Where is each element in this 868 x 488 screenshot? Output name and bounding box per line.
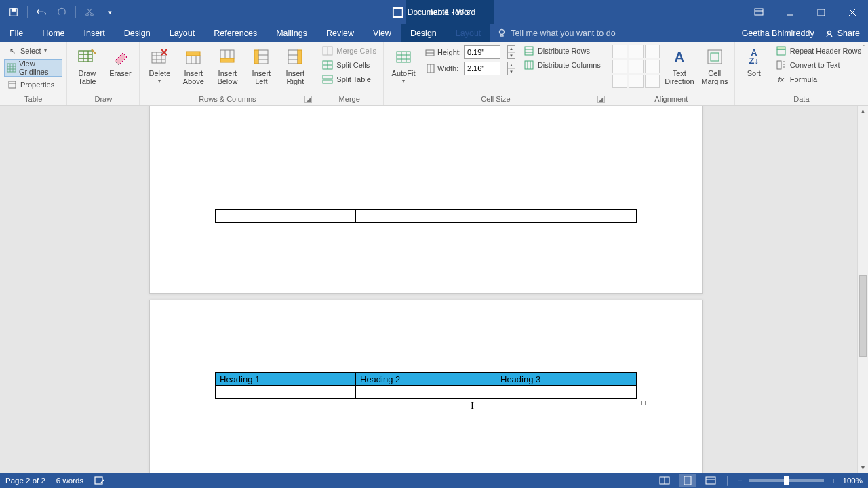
insert-right-button[interactable]: Insert Right — [279, 45, 311, 87]
tab-design[interactable]: Design — [115, 24, 160, 42]
word-count[interactable]: 6 words — [56, 476, 83, 485]
width-input[interactable] — [464, 62, 500, 75]
tab-layout[interactable]: Layout — [160, 24, 205, 42]
table-page2[interactable]: Heading 1 Heading 2 Heading 3 — [215, 372, 637, 399]
zoom-out-button[interactable]: − — [737, 475, 743, 486]
qat-customize-icon[interactable]: ▾ — [100, 3, 119, 22]
undo-icon[interactable] — [32, 3, 51, 22]
insert-below-button[interactable]: Insert Below — [212, 45, 243, 87]
scroll-up-icon[interactable]: ▲ — [858, 106, 868, 117]
svg-rect-35 — [525, 61, 533, 69]
insert-above-icon — [182, 46, 204, 68]
svg-rect-36 — [708, 50, 722, 64]
ribbon-options-icon[interactable] — [743, 0, 774, 24]
table-header-cell[interactable]: Heading 3 — [496, 373, 637, 386]
tell-me-search[interactable]: Tell me what you want to do — [497, 24, 615, 42]
spellcheck-icon[interactable] — [94, 476, 105, 485]
text-direction-button[interactable]: AText Direction — [664, 45, 695, 87]
read-mode-icon[interactable] — [656, 474, 673, 487]
tab-review[interactable]: Review — [317, 24, 363, 42]
zoom-in-button[interactable]: + — [831, 476, 836, 486]
svg-rect-25 — [288, 50, 298, 64]
svg-rect-5 — [394, 9, 402, 16]
vertical-scrollbar[interactable]: ▲ ▼ — [857, 106, 868, 473]
sort-button[interactable]: AZ↓Sort — [739, 45, 769, 79]
tab-insert[interactable]: Insert — [75, 24, 115, 42]
minimize-icon[interactable] — [774, 0, 806, 24]
svg-rect-34 — [525, 47, 533, 55]
scroll-down-icon[interactable]: ▼ — [858, 462, 868, 473]
quick-access-toolbar: ▾ — [0, 3, 119, 22]
table-row[interactable] — [216, 386, 637, 399]
height-input[interactable] — [464, 45, 500, 59]
autofit-button[interactable]: AutoFit▾ — [388, 45, 419, 85]
cell-size-dialog-launcher[interactable]: ◢ — [597, 96, 605, 103]
distribute-rows-button[interactable]: Distribute Rows — [521, 45, 604, 57]
collapse-ribbon-icon[interactable]: ˆ — [863, 45, 865, 52]
redo-icon[interactable] — [52, 3, 71, 22]
delete-button[interactable]: Delete▾ — [144, 45, 175, 85]
tab-mailings[interactable]: Mailings — [267, 24, 317, 42]
distribute-columns-button[interactable]: Distribute Columns — [521, 59, 604, 71]
formula-button[interactable]: fxFormula — [773, 73, 864, 85]
convert-to-text-button[interactable]: Convert to Text — [773, 59, 864, 71]
tab-references[interactable]: References — [204, 24, 267, 42]
tab-table-layout[interactable]: Layout — [446, 24, 491, 42]
cut-icon[interactable] — [80, 3, 99, 22]
svg-rect-22 — [220, 58, 234, 62]
table-page1[interactable] — [215, 209, 637, 223]
cursor-icon: ↖ — [7, 45, 18, 56]
split-table-button[interactable]: Split Table — [319, 73, 379, 85]
maximize-icon[interactable] — [806, 0, 837, 24]
eraser-button[interactable]: Eraser — [105, 45, 135, 79]
split-cells-button[interactable]: Split Cells — [319, 59, 379, 71]
page-indicator[interactable]: Page 2 of 2 — [5, 476, 45, 485]
save-icon[interactable] — [4, 3, 23, 22]
repeat-header-rows-button[interactable]: Repeat Header Rows — [773, 45, 864, 57]
tab-home[interactable]: Home — [33, 24, 74, 42]
width-spinner[interactable]: ▲▼ — [507, 62, 515, 75]
zoom-slider[interactable] — [749, 479, 824, 482]
ribbon-tabs: File Home Insert Design Layout Reference… — [0, 24, 868, 42]
word-icon — [393, 7, 403, 18]
document-area[interactable]: Heading 1 Heading 2 Heading 3 I — [0, 106, 857, 473]
tab-view[interactable]: View — [363, 24, 401, 42]
web-layout-icon[interactable] — [703, 474, 719, 487]
print-layout-icon[interactable] — [679, 474, 696, 487]
svg-rect-19 — [186, 56, 200, 64]
close-icon[interactable] — [837, 0, 868, 24]
svg-rect-44 — [706, 477, 715, 484]
table-header-row[interactable]: Heading 1 Heading 2 Heading 3 — [216, 373, 637, 386]
account-name[interactable]: Geetha Bhimireddy — [742, 28, 814, 38]
table-header-cell[interactable]: Heading 1 — [216, 373, 356, 386]
share-button[interactable]: Share — [825, 28, 860, 38]
delete-icon — [149, 46, 170, 68]
split-table-icon — [322, 74, 333, 85]
alignment-grid[interactable] — [612, 45, 660, 88]
insert-above-button[interactable]: Insert Above — [178, 45, 209, 87]
text-cursor: I — [471, 400, 474, 411]
group-alignment: AText Direction Cell Margins Alignment — [608, 42, 735, 105]
merge-cells-button[interactable]: Merge Cells — [319, 45, 379, 57]
status-bar: Page 2 of 2 6 words │ − + 100% — [0, 473, 868, 488]
svg-rect-26 — [298, 50, 302, 64]
cell-margins-button[interactable]: Cell Margins — [699, 45, 730, 87]
scroll-thumb[interactable] — [859, 275, 867, 357]
rows-cols-dialog-launcher[interactable]: ◢ — [304, 96, 312, 103]
tab-table-design[interactable]: Design — [401, 24, 446, 42]
tab-file[interactable]: File — [0, 24, 33, 42]
window-title: Document1 - Word — [393, 7, 476, 18]
svg-rect-24 — [254, 50, 258, 64]
svg-rect-15 — [79, 51, 92, 62]
draw-table-button[interactable]: Draw Table — [71, 45, 102, 87]
svg-rect-1 — [12, 9, 15, 12]
table-header-cell[interactable]: Heading 2 — [356, 373, 496, 386]
zoom-level[interactable]: 100% — [843, 476, 863, 485]
properties-button[interactable]: Properties — [4, 79, 62, 91]
height-spinner[interactable]: ▲▼ — [507, 45, 515, 59]
svg-rect-37 — [711, 53, 719, 61]
insert-left-button[interactable]: Insert Left — [245, 45, 277, 87]
view-gridlines-button[interactable]: View Gridlines — [4, 59, 62, 77]
svg-rect-21 — [220, 50, 234, 58]
select-button[interactable]: ↖Select▾ — [4, 45, 62, 57]
